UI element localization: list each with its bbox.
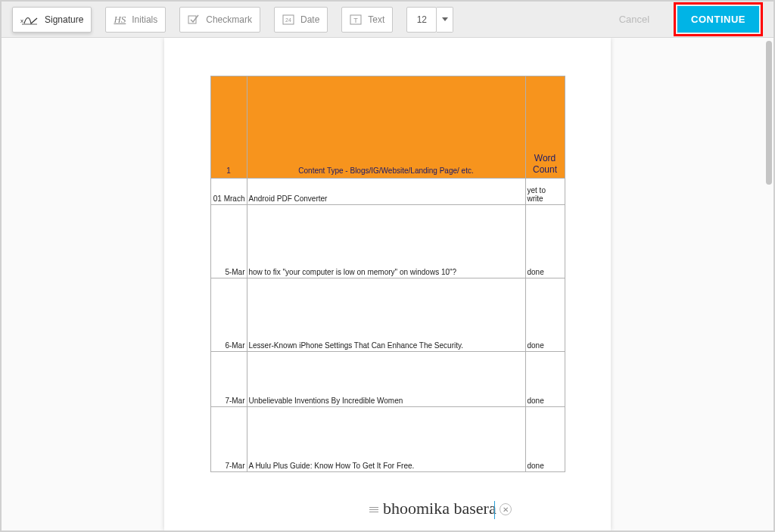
row-status: done xyxy=(525,352,565,407)
date-label: Date xyxy=(300,14,319,25)
checkmark-label: Checkmark xyxy=(206,14,252,25)
header-row: 1 Content Type - Blogs/IG/Website/Landin… xyxy=(210,76,565,179)
svg-text:T: T xyxy=(354,17,359,24)
toolbar: x Signature HS Initials Checkmark 24 Dat… xyxy=(2,2,773,38)
row-date: 7-Mar xyxy=(210,407,247,472)
signature-field[interactable]: bhoomika basera ✕ xyxy=(369,499,512,520)
initials-button[interactable]: HS Initials xyxy=(105,7,166,33)
drag-handle-icon[interactable] xyxy=(369,507,378,512)
row-date: 5-Mar xyxy=(210,205,247,278)
continue-highlight: CONTINUE xyxy=(674,2,763,36)
row-title: A Hulu Plus Guide: Know How To Get It Fo… xyxy=(247,407,525,472)
document-viewport: 1 Content Type - Blogs/IG/Website/Landin… xyxy=(2,38,773,530)
text-icon: T xyxy=(350,14,362,26)
font-size-dropdown[interactable] xyxy=(437,7,453,33)
header-col3: Word Count xyxy=(525,76,565,179)
content-table: 1 Content Type - Blogs/IG/Website/Landin… xyxy=(210,76,565,472)
header-col1: 1 xyxy=(210,76,247,179)
date-button[interactable]: 24 Date xyxy=(274,7,328,33)
row-title: Lesser-Known iPhone Settings That Can En… xyxy=(247,278,525,352)
row-status: yet to write xyxy=(525,179,565,205)
row-title: Android PDF Converter xyxy=(247,179,525,205)
row-status: done xyxy=(525,205,565,278)
row-date: 01 Mrach xyxy=(210,179,247,205)
svg-text:x: x xyxy=(20,17,23,24)
row-date: 7-Mar xyxy=(210,352,247,407)
text-label: Text xyxy=(368,14,384,25)
date-icon: 24 xyxy=(282,14,294,26)
row-title: Unbelievable Inventions By Incredible Wo… xyxy=(247,352,525,407)
header-col2: Content Type - Blogs/IG/Website/Landing … xyxy=(247,76,525,179)
row-status: done xyxy=(525,407,565,472)
chevron-down-icon xyxy=(442,17,448,21)
checkmark-icon xyxy=(188,14,200,26)
app-window: x Signature HS Initials Checkmark 24 Dat… xyxy=(0,0,775,532)
initials-icon: HS xyxy=(114,14,126,26)
scrollbar-thumb[interactable] xyxy=(766,41,772,185)
table-row: 5-Mar how to fix "your computer is low o… xyxy=(210,205,565,278)
svg-text:24: 24 xyxy=(285,17,291,23)
initials-label: Initials xyxy=(132,14,157,25)
row-status: done xyxy=(525,278,565,352)
font-size-value[interactable]: 12 xyxy=(406,7,437,33)
document-page: 1 Content Type - Blogs/IG/Website/Landin… xyxy=(164,38,611,530)
close-icon[interactable]: ✕ xyxy=(500,503,512,515)
font-size-group: 12 xyxy=(406,7,453,33)
signature-label: Signature xyxy=(45,14,83,25)
continue-button[interactable]: CONTINUE xyxy=(677,6,759,33)
table-row: 01 Mrach Android PDF Converter yet to wr… xyxy=(210,179,565,205)
table-row: 6-Mar Lesser-Known iPhone Settings That … xyxy=(210,278,565,352)
row-date: 6-Mar xyxy=(210,278,247,352)
checkmark-button[interactable]: Checkmark xyxy=(179,7,260,33)
row-title: how to fix "your computer is low on memo… xyxy=(247,205,525,278)
text-cursor xyxy=(494,501,495,519)
signature-icon: x xyxy=(20,14,39,26)
table-row: 7-Mar Unbelievable Inventions By Incredi… xyxy=(210,352,565,407)
signature-button[interactable]: x Signature xyxy=(12,7,92,33)
cancel-link[interactable]: Cancel xyxy=(619,14,649,25)
signature-content: bhoomika basera xyxy=(383,499,496,518)
table-row: 7-Mar A Hulu Plus Guide: Know How To Get… xyxy=(210,407,565,472)
signature-text[interactable]: bhoomika basera xyxy=(383,499,495,520)
text-button[interactable]: T Text xyxy=(341,7,393,33)
